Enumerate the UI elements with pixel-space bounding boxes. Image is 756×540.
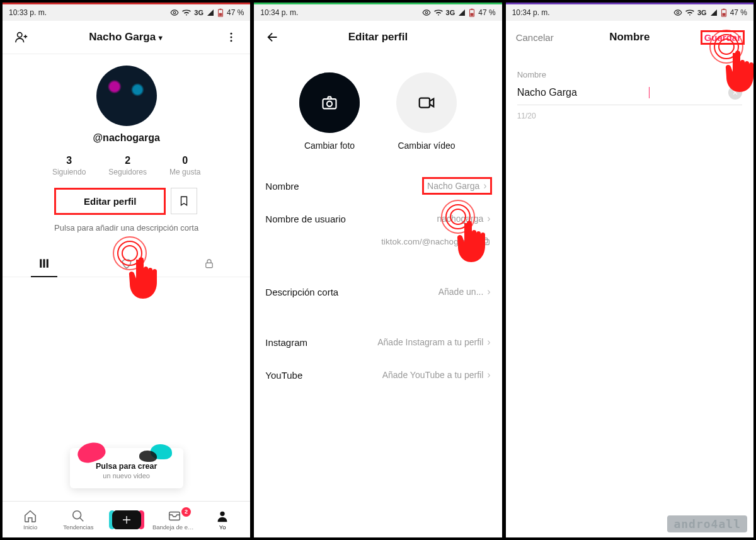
battery-icon [721,8,727,17]
signal-icon [710,9,718,16]
nav-create[interactable] [103,510,151,529]
page-title: Editar perfil [254,31,501,43]
nav-me[interactable]: Yo [198,509,246,531]
person-icon [215,509,229,523]
arrow-left-icon [266,30,280,44]
tab-feed[interactable] [3,250,85,277]
svg-rect-2 [220,9,222,9]
row-bio[interactable]: Descripción corta Añade un... › [265,275,490,308]
nav-discover[interactable]: Tendencias [54,509,102,531]
screenshot-edit-profile: 10:34 p. m. 3G 47 % Editar perfil Cambia… [254,3,501,537]
save-button[interactable]: Guardar [702,32,743,43]
status-bar: 10:33 p. m. 3G 47 % [3,4,250,21]
back-button[interactable] [264,28,282,46]
change-video-button[interactable]: Cambiar vídeo [396,72,457,151]
svg-point-6 [231,37,232,38]
svg-point-0 [174,11,176,14]
network-label: 3G [194,9,203,16]
svg-rect-3 [219,13,222,16]
wifi-icon [182,8,191,17]
svg-rect-17 [471,9,473,9]
inbox-badge: 2 [181,507,191,517]
row-name[interactable]: Nombre Nacho Garga › [265,169,490,202]
stat-likes[interactable]: 0 Me gusta [169,155,200,176]
row-instagram[interactable]: Instagram Añade Instagram a tu perfil › [265,326,490,359]
svg-point-12 [73,510,81,519]
signal-icon [458,9,466,16]
row-youtube[interactable]: YouTube Añade YouTube a tu perfil › [265,359,490,391]
svg-rect-26 [723,9,724,9]
field-label: Nombre [517,70,742,79]
battery-pct: 47 % [730,8,747,17]
stat-followers[interactable]: 2 Seguidores [108,155,147,176]
inbox-icon [168,509,181,523]
chevron-right-icon: › [487,213,490,224]
status-bar: 10:34 p. m. 3G 47 % [254,4,501,21]
tab-liked[interactable] [85,250,168,277]
char-counter: 11/20 [517,112,742,120]
profile-link-row[interactable]: tiktok.com/@nachogarga [254,235,501,258]
network-label: 3G [446,9,455,16]
nav-inbox[interactable]: 2 Bandeja de entrada [151,509,198,531]
more-options-button[interactable] [222,28,240,46]
screenshot-edit-name: 10:34 p. m. 3G 47 % Cancelar Nombre Guar… [506,3,753,537]
edit-profile-button[interactable]: Editar perfil [55,189,164,214]
eye-icon [673,8,682,17]
close-icon [732,89,738,96]
watermark: andro4all [667,515,747,532]
row-username[interactable]: Nombre de usuario nachogarga › [265,202,490,235]
svg-rect-9 [43,259,45,268]
stats-row: 3 Siguiendo 2 Seguidores 0 Me gusta [52,155,200,176]
wifi-icon [434,8,443,17]
bookmark-icon [178,195,190,207]
svg-point-15 [425,11,428,14]
screenshot-profile: 10:33 p. m. 3G 47 % Nacho Garga▼ @nachog… [3,3,250,537]
status-time: 10:34 p. m. [512,8,550,17]
wifi-icon [685,8,694,17]
network-label: 3G [697,9,707,16]
chevron-right-icon: › [487,286,490,297]
copy-icon [481,236,491,246]
svg-rect-8 [40,259,42,268]
chevron-right-icon: › [483,180,486,192]
create-video-hint[interactable]: Pulsa para crear un nuevo video [70,448,183,488]
nav-home[interactable]: Inicio [6,509,54,531]
avatar[interactable] [96,66,157,126]
lock-icon [203,258,215,269]
svg-rect-27 [722,13,725,16]
status-time: 10:34 p. m. [260,8,298,17]
change-photo-button[interactable]: Cambiar foto [299,72,360,151]
svg-point-24 [677,11,679,14]
bio-hint[interactable]: Pulsa para añadir una descripción corta [54,223,198,233]
svg-rect-11 [206,263,213,268]
clear-input-button[interactable] [728,86,742,100]
name-input[interactable] [517,87,643,98]
video-icon [417,93,436,112]
stat-following[interactable]: 3 Siguiendo [52,155,86,176]
tab-private[interactable] [168,250,250,277]
search-icon [71,509,85,523]
battery-pct: 47 % [227,8,244,17]
username-label[interactable]: @nachogarga [93,132,160,144]
profile-section: @nachogarga 3 Siguiendo 2 Seguidores 0 M… [3,54,250,233]
chevron-right-icon: › [487,336,490,348]
svg-rect-21 [420,98,430,108]
cancel-button[interactable]: Cancelar [516,32,554,43]
signal-icon [207,9,214,16]
battery-icon [469,8,475,17]
svg-rect-22 [484,239,489,244]
svg-point-14 [220,511,225,515]
bookmarks-button[interactable] [171,188,197,214]
profile-name-dropdown[interactable]: Nacho Garga▼ [3,31,250,43]
media-row: Cambiar foto Cambiar vídeo [254,54,501,157]
svg-rect-23 [482,238,487,243]
name-edit-form: Nombre 11/20 [506,54,753,120]
feed-area: Pulsa para crear un nuevo video [3,277,250,501]
eye-icon [422,8,431,17]
svg-point-4 [18,33,22,37]
battery-icon [217,8,224,17]
svg-rect-19 [323,99,336,108]
text-cursor [649,87,650,98]
status-time: 10:33 p. m. [9,8,47,17]
add-friend-button[interactable] [13,28,30,46]
